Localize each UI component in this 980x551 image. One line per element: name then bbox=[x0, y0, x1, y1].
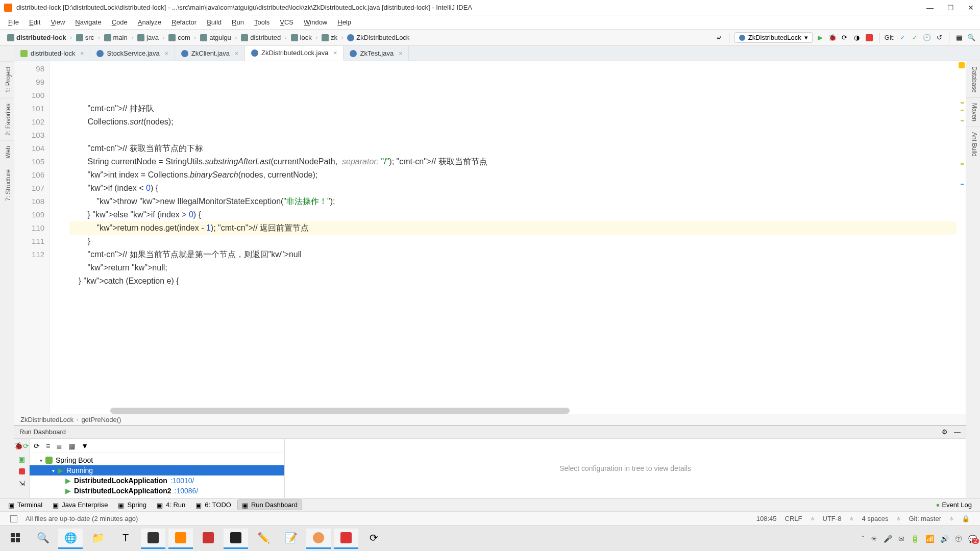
tray-battery-icon[interactable]: 🔋 bbox=[911, 535, 919, 543]
notes-icon[interactable]: 📝 bbox=[279, 529, 303, 549]
git-update-icon[interactable]: ✓ bbox=[898, 33, 907, 42]
tray-notifications-icon[interactable]: 💬 bbox=[968, 535, 977, 543]
code-line[interactable]: String currentNode = StringUtils.substri… bbox=[69, 155, 957, 168]
bottom-tool-4-run[interactable]: ▣4: Run bbox=[153, 500, 189, 510]
code-line[interactable]: "cmt-cn">// 如果当前节点就是第一个节点，则返回"kw">null bbox=[69, 248, 957, 261]
stop-button[interactable] bbox=[865, 33, 874, 42]
stop-action-icon[interactable] bbox=[19, 468, 25, 474]
bottom-tool-6-todo[interactable]: ▣6: TODO bbox=[191, 500, 235, 510]
tray-mic-icon[interactable]: 🎤 bbox=[884, 535, 892, 543]
refresh-icon[interactable]: ⟳ bbox=[34, 442, 40, 450]
close-icon[interactable]: × bbox=[235, 50, 238, 57]
breadcrumb-item[interactable]: distributed-lock bbox=[4, 33, 69, 42]
git-history-icon[interactable]: 🕘 bbox=[922, 33, 932, 42]
pencil-icon[interactable]: ✏️ bbox=[251, 529, 276, 549]
xampp-icon[interactable] bbox=[168, 529, 193, 549]
tool-stripe-database[interactable]: Database bbox=[966, 61, 980, 98]
menu-code[interactable]: Code bbox=[108, 17, 132, 27]
tree-state-running[interactable]: ▾ ▶ Running bbox=[30, 465, 284, 475]
run-action-icon[interactable]: ▣ bbox=[18, 455, 25, 463]
expand-icon[interactable]: ≡ bbox=[46, 442, 50, 450]
text-app-icon[interactable]: T bbox=[113, 529, 138, 549]
code-line[interactable]: } "kw">else "kw">if (index > 0) { bbox=[69, 208, 957, 221]
minimize-button[interactable]: — bbox=[925, 4, 935, 12]
tool-stripe-2-favorites[interactable]: 2: Favorites bbox=[0, 98, 14, 141]
editor-breadcrumb[interactable]: ZkDistributedLock › getPreNode() bbox=[14, 414, 966, 425]
code-line[interactable]: } "kw">catch (Exception e) { bbox=[69, 274, 957, 288]
breadcrumb-item[interactable]: ZkDistributedLock bbox=[344, 33, 412, 42]
coverage-button[interactable]: ⟳ bbox=[840, 33, 849, 42]
app-icon-red[interactable] bbox=[196, 529, 220, 549]
git-revert-icon[interactable]: ↺ bbox=[935, 33, 944, 42]
close-icon[interactable]: × bbox=[80, 50, 84, 57]
git-commit-icon[interactable]: ✓ bbox=[910, 33, 919, 42]
line-separator[interactable]: CRLF bbox=[785, 515, 802, 522]
git-branch[interactable]: Git: master bbox=[909, 515, 941, 522]
code-line[interactable]: "kw">return "kw">null; bbox=[69, 261, 957, 274]
back-arrow-icon[interactable]: ⤾ bbox=[715, 33, 724, 42]
code-content[interactable]: "cmt-cn">// 排好队 Collections.sort(nodes);… bbox=[59, 61, 957, 414]
file-encoding[interactable]: UTF-8 bbox=[823, 515, 842, 522]
tree-root-spring-boot[interactable]: ▾ Spring Boot bbox=[30, 455, 284, 465]
close-icon[interactable]: × bbox=[333, 49, 337, 57]
tab-distributed-lock[interactable]: distributed-lock× bbox=[14, 46, 90, 61]
code-line[interactable]: "cmt-cn">// 获取当前节点的下标 bbox=[69, 142, 957, 155]
file-explorer-icon[interactable]: 📁 bbox=[86, 529, 110, 549]
code-line[interactable]: "kw">int index = Collections.binarySearc… bbox=[69, 168, 957, 182]
tool-stripe-web[interactable]: Web bbox=[0, 140, 14, 163]
start-button[interactable] bbox=[3, 529, 28, 549]
tray-wifi-icon[interactable]: 📶 bbox=[925, 535, 934, 543]
code-line[interactable]: } bbox=[69, 235, 957, 248]
code-line[interactable] bbox=[69, 129, 957, 142]
tab-zkdistributedlock-java[interactable]: ZkDistributedLock.java× bbox=[245, 46, 344, 61]
marker-stripe[interactable] bbox=[957, 61, 966, 414]
menu-help[interactable]: Help bbox=[333, 17, 355, 27]
breadcrumb-item[interactable]: src bbox=[73, 33, 97, 42]
menu-view[interactable]: View bbox=[46, 17, 69, 27]
tab-zkclient-java[interactable]: ZkClient.java× bbox=[175, 46, 245, 61]
more-icon[interactable]: ⇲ bbox=[19, 480, 25, 488]
bottom-tool-terminal[interactable]: ▣Terminal bbox=[4, 500, 46, 510]
horizontal-scrollbar[interactable] bbox=[110, 408, 570, 414]
maximize-button[interactable]: ☐ bbox=[945, 4, 955, 12]
menu-window[interactable]: Window bbox=[300, 17, 331, 27]
run-button[interactable]: ▶ bbox=[816, 33, 825, 42]
breadcrumb-item[interactable]: distributed bbox=[238, 33, 284, 42]
code-line[interactable] bbox=[69, 89, 957, 102]
run-dashboard-header[interactable]: Run Dashboard ⚙ — bbox=[14, 425, 966, 439]
system-tray[interactable]: ˄ ☀ 🎤 ✉ 🔋 📶 🔊 ㊥ 💬 bbox=[861, 534, 977, 543]
tree-app-port[interactable]: :10086/ bbox=[175, 487, 199, 495]
search-taskbar-icon[interactable]: 🔍 bbox=[31, 529, 55, 549]
menu-edit[interactable]: Edit bbox=[25, 17, 44, 27]
gear-icon[interactable]: ⚙ bbox=[942, 428, 948, 436]
menu-vcs[interactable]: VCS bbox=[276, 17, 298, 27]
event-log-button[interactable]: ● Event Log bbox=[932, 500, 976, 510]
terminal-taskbar-icon[interactable] bbox=[224, 529, 248, 549]
close-icon[interactable]: × bbox=[165, 50, 168, 57]
cursor-position[interactable]: 108:45 bbox=[756, 515, 777, 522]
breadcrumb-item[interactable]: com bbox=[165, 33, 193, 42]
menu-build[interactable]: Build bbox=[203, 17, 226, 27]
warning-marker[interactable] bbox=[961, 120, 964, 121]
sync-icon[interactable]: ⟳ bbox=[361, 529, 386, 549]
tray-ime-icon[interactable]: ㊥ bbox=[955, 534, 962, 543]
warning-marker[interactable] bbox=[961, 110, 964, 111]
fold-column[interactable] bbox=[50, 61, 59, 414]
menu-navigate[interactable]: Navigate bbox=[71, 17, 105, 27]
indent-settings[interactable]: 4 spaces bbox=[862, 515, 888, 522]
menu-run[interactable]: Run bbox=[228, 17, 248, 27]
structure-icon[interactable]: ▤ bbox=[954, 33, 964, 42]
bottom-tool-spring[interactable]: ▣Spring bbox=[114, 500, 151, 510]
tray-volume-icon[interactable]: 🔊 bbox=[940, 535, 949, 543]
code-line[interactable]: Collections.sort(nodes); bbox=[69, 115, 957, 129]
hide-panel-icon[interactable]: — bbox=[954, 428, 961, 436]
tray-mail-icon[interactable]: ✉ bbox=[898, 535, 904, 543]
analysis-warning-icon[interactable] bbox=[959, 62, 965, 68]
breadcrumb-item[interactable]: zk bbox=[318, 33, 340, 42]
search-icon[interactable]: 🔍 bbox=[967, 33, 976, 42]
code-line[interactable]: "cmt-cn">// 排好队 bbox=[69, 102, 957, 115]
warning-marker[interactable] bbox=[961, 102, 964, 104]
code-line[interactable]: 💡 "kw">return nodes.get(index - 1); "cmt… bbox=[69, 221, 957, 235]
app-icon-red2[interactable] bbox=[334, 529, 358, 549]
tool-stripe-7-structure[interactable]: 7: Structure bbox=[0, 164, 14, 206]
